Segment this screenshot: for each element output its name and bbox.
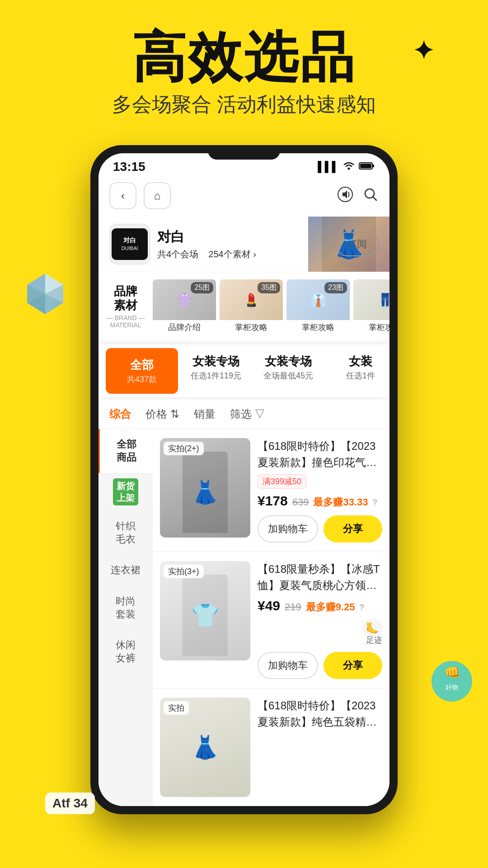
cat-tab-womens-1-name: 女装专场 (187, 354, 245, 369)
sidebar-item-dress[interactable]: 连衣裙 (99, 555, 153, 586)
cat-tab-womens-3[interactable]: 女装 任选1件 (324, 344, 389, 397)
product-badge-1: 实拍(2+) (164, 442, 204, 455)
category-tabs: 全部 共437款 女装专场 任选1件119元 女装专场 全场最低45元 女装 任… (99, 344, 389, 398)
price-current-2: ¥49 (258, 598, 280, 613)
back-button[interactable]: ‹ (109, 182, 136, 209)
price-row-2: ¥49 219 最多赚9.25 ? 🦶 (258, 598, 382, 638)
brand-label-cn: 品牌素材 (106, 284, 145, 312)
product-title-3: 【618限时特价】【2023夏装新款】纯色五袋精裁ll... (258, 698, 382, 730)
store-logo-inner: 对白DUIBAI (112, 228, 148, 260)
sparkle-icon: ✦ (413, 36, 434, 65)
product-image-2: 👕 实拍(3+) (160, 561, 250, 660)
product-image-1: 👗 实拍(2+) (160, 438, 250, 538)
svg-line-16 (373, 197, 376, 200)
add-to-cart-button-1[interactable]: 加购物车 (258, 515, 318, 542)
signal-icon: ▌▌▌ (318, 161, 339, 173)
svg-rect-13 (360, 164, 371, 168)
brand-item-label-1: 品牌介绍 (153, 320, 216, 334)
brand-items: 👚 25图 品牌介绍 💄 35图 掌柜攻略 👔 23图 (153, 279, 389, 334)
filter-sales[interactable]: 销量 (194, 407, 216, 421)
price-row-1: ¥178 639 最多赚33.33 ? (258, 493, 382, 509)
brand-count-2: 35图 (258, 282, 280, 293)
price-earn-2: 最多赚9.25 (306, 600, 355, 614)
brand-item-label-4: 掌柜攻略 (353, 320, 389, 334)
product-item-2: 👕 实拍(3+) 【618限量秒杀】【冰感T恤】夏装气质桃心方领纯... ¥49… (153, 552, 389, 689)
footprint-text: 足迹 (258, 635, 382, 646)
brand-item-2[interactable]: 💄 35图 掌柜攻略 (220, 279, 283, 334)
product-item-1: 👗 实拍(2+) 【618限时特价】【2023夏装新款】撞色印花气质开... 满… (153, 429, 389, 552)
product-list: 👗 实拍(2+) 【618限时特价】【2023夏装新款】撞色印花气质开... 满… (153, 429, 389, 806)
product-info-3: 【618限时特价】【2023夏装新款】纯色五袋精裁ll... (258, 698, 382, 797)
filter-bar: 综合 价格 ⇅ 销量 筛选 ▽ (99, 400, 389, 429)
status-icons: ▌▌▌ (318, 160, 375, 173)
brand-count-3: 23图 (324, 282, 347, 293)
store-logo: 对白DUIBAI (109, 224, 150, 264)
svg-text:👊: 👊 (444, 665, 460, 680)
footprint-label: 🦶 (366, 622, 379, 635)
sidebar-item-suit[interactable]: 时尚套装 (99, 586, 153, 630)
brand-item-1[interactable]: 👚 25图 品牌介绍 (153, 279, 216, 334)
price-original-2: 219 (285, 601, 301, 613)
sidebar-item-new[interactable]: 新货上架 (99, 473, 153, 511)
share-button-2[interactable]: 分享 (324, 652, 382, 679)
phone-notch (208, 145, 280, 160)
earn-help-icon-1[interactable]: ? (373, 498, 377, 508)
svg-point-10 (348, 168, 350, 170)
sidebar-item-all[interactable]: 全部商品 (99, 429, 153, 473)
brand-item-label-2: 掌柜攻略 (220, 320, 283, 334)
store-meta: 共4个会场 254个素材 › (157, 248, 256, 260)
brand-count-1: 25图 (191, 282, 213, 293)
filter-comprehensive[interactable]: 综合 (109, 407, 131, 421)
sidebar: 全部商品 新货上架 针织毛衣 连衣裙 时尚套装 休闲女裤 (99, 429, 153, 806)
svg-text:好物: 好物 (446, 684, 458, 691)
atf-badge: Atf 34 (45, 793, 95, 814)
svg-rect-12 (372, 165, 374, 167)
add-to-cart-button-2[interactable]: 加购物车 (258, 652, 318, 679)
subscribe-button[interactable]: 订阅 (335, 232, 379, 256)
phone-screen: 13:15 ▌▌▌ ‹ ⌂ (99, 153, 389, 806)
wifi-icon (343, 160, 355, 173)
brand-item-label-3: 掌柜攻略 (286, 320, 350, 334)
product-info-2: 【618限量秒杀】【冰感T恤】夏装气质桃心方领纯... ¥49 219 最多赚9… (258, 561, 382, 679)
cat-tab-womens-2-name: 女装专场 (259, 354, 317, 369)
store-details: 对白 共4个会场 254个素材 › (157, 228, 256, 260)
hero-title: 高效选品 (18, 27, 470, 87)
phone-wrapper: 13:15 ▌▌▌ ‹ ⌂ (0, 145, 488, 814)
earn-help-icon-2[interactable]: ? (360, 603, 364, 613)
cat-tab-womens-2-sub: 全场最低45元 (259, 370, 317, 381)
nav-left: ‹ ⌂ (109, 182, 171, 209)
product-title-1: 【618限时特价】【2023夏装新款】撞色印花气质开... (258, 438, 382, 471)
sidebar-item-pants[interactable]: 休闲女裤 (99, 630, 153, 674)
brand-label-en: — BRAND —MATERIAL (106, 314, 145, 329)
cat-tab-all[interactable]: 全部 共437款 (106, 348, 178, 394)
cat-tab-womens-2[interactable]: 女装专场 全场最低45元 (252, 344, 324, 397)
cat-tab-all-sub: 共437款 (113, 374, 171, 385)
price-current-1: ¥178 (258, 493, 288, 509)
promo-tag-1: 满399减50 (258, 474, 306, 489)
share-button-1[interactable]: 分享 (324, 515, 382, 542)
cat-tab-womens-3-sub: 任选1件 (332, 370, 389, 381)
status-time: 13:15 (113, 160, 145, 174)
brand-item-3[interactable]: 👔 23图 掌柜攻略 (286, 279, 350, 334)
store-info: 对白DUIBAI 对白 共4个会场 254个素材 › (109, 224, 256, 264)
brand-label: 品牌素材 — BRAND —MATERIAL (99, 284, 153, 329)
sidebar-item-knit[interactable]: 针织毛衣 (99, 511, 153, 555)
search-icon[interactable] (362, 186, 379, 206)
cat-tab-all-name: 全部 (113, 357, 171, 373)
store-header: 👗 对白DUIBAI 对白 共4个会场 (99, 217, 389, 272)
hero-subtitle: 多会场聚合 活动利益快速感知 (18, 91, 470, 118)
brand-item-4[interactable]: 👖 2+ 掌柜攻略 (353, 279, 389, 334)
nav-bar: ‹ ⌂ (99, 178, 389, 217)
cat-tab-womens-1[interactable]: 女装专场 任选1件119元 (180, 344, 252, 397)
stamp-badge-decoration: 👊 好物 (429, 659, 474, 706)
filter-screen[interactable]: 筛选 ▽ (230, 407, 266, 421)
product-badge-2: 实拍(3+) (164, 565, 204, 578)
filter-price[interactable]: 价格 ⇅ (145, 407, 179, 421)
hero-section: 高效选品 多会场聚合 活动利益快速感知 ✦ (0, 0, 488, 127)
speaker-icon[interactable] (337, 186, 353, 206)
home-button[interactable]: ⌂ (144, 182, 171, 209)
store-name: 对白 (157, 228, 256, 246)
price-original-1: 639 (292, 496, 309, 508)
main-content: 全部商品 新货上架 针织毛衣 连衣裙 时尚套装 休闲女裤 (99, 429, 389, 806)
action-row-1: 加购物车 分享 (258, 515, 382, 542)
